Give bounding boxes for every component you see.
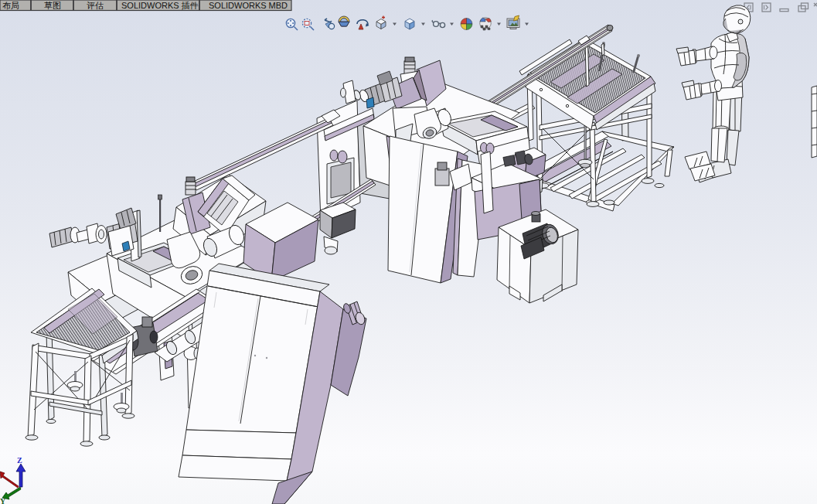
svg-text:SOLIDWORKS 插件: SOLIDWORKS 插件 — [121, 1, 199, 10]
svg-text:布局: 布局 — [2, 1, 19, 10]
svg-text:Z: Z — [17, 456, 22, 465]
svg-text:草图: 草图 — [44, 1, 61, 10]
svg-text:评估: 评估 — [87, 1, 104, 10]
svg-text:SOLIDWORKS MBD: SOLIDWORKS MBD — [209, 1, 288, 10]
svg-text:Y: Y — [0, 497, 6, 504]
